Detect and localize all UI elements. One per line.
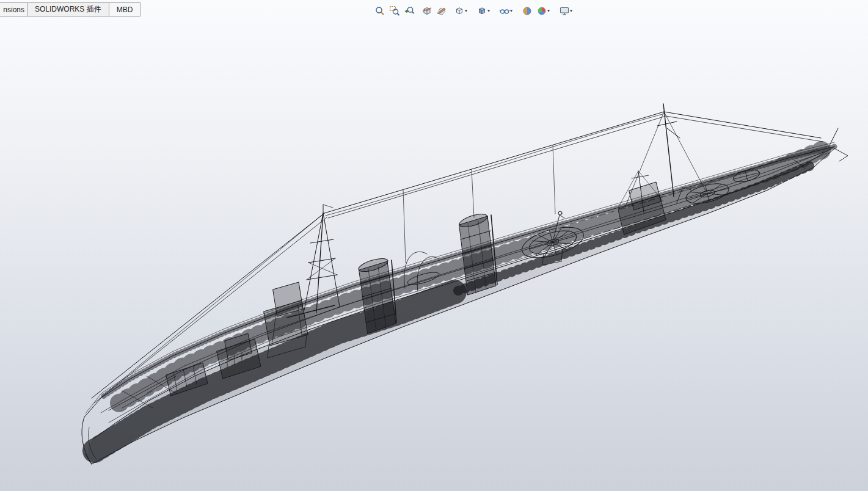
command-manager-tabs: nsions SOLIDWORKS 插件 MBD [0, 2, 140, 16]
color-ball-icon [522, 5, 533, 16]
hide-show-items-button[interactable]: ▾ [498, 4, 514, 18]
previous-view-icon [404, 5, 415, 16]
dropdown-arrow-icon: ▾ [570, 9, 572, 13]
edit-appearance-button[interactable] [520, 4, 534, 18]
tab-mbd[interactable]: MBD [109, 2, 141, 16]
dropdown-arrow-icon: ▾ [510, 9, 512, 13]
display-style-button[interactable]: ▾ [475, 4, 491, 18]
zoom-to-area-button[interactable] [388, 4, 401, 18]
monitor-icon [559, 5, 570, 16]
section-view-button[interactable] [420, 4, 434, 18]
ship-wireframe-model [0, 0, 868, 491]
section-view-icon [421, 5, 432, 16]
scene-sphere-icon [536, 5, 547, 16]
solidworks-window: nsions SOLIDWORKS 插件 MBD [0, 0, 868, 491]
zoom-to-area-icon [389, 5, 400, 16]
zoom-to-fit-button[interactable] [373, 4, 387, 18]
tab-label: MBD [117, 5, 133, 14]
tab-solidworks-addins[interactable]: SOLIDWORKS 插件 [27, 2, 109, 16]
display-style-cube-icon [476, 5, 487, 16]
view-settings-button[interactable]: ▾ [558, 4, 574, 18]
view-orientation-button[interactable]: ▾ [453, 4, 469, 18]
dynamic-annotation-views-button[interactable] [435, 4, 448, 18]
3d-viewport[interactable] [0, 0, 868, 491]
tab-label: SOLIDWORKS 插件 [35, 4, 101, 15]
eyeglasses-icon [499, 5, 510, 16]
dropdown-arrow-icon: ▾ [465, 9, 467, 13]
dropdown-arrow-icon: ▾ [487, 9, 490, 13]
tab-label: nsions [3, 5, 24, 14]
annotation-views-icon [436, 5, 447, 16]
dropdown-arrow-icon: ▾ [547, 9, 550, 13]
apply-scene-button[interactable]: ▾ [535, 4, 551, 18]
zoom-to-fit-icon [374, 5, 385, 16]
tab-dimensions-clipped[interactable]: nsions [0, 2, 27, 16]
previous-view-button[interactable] [403, 4, 416, 18]
heads-up-toolbar: ▾ ▾ ▾ [373, 4, 574, 18]
view-orientation-cube-icon [454, 5, 465, 16]
